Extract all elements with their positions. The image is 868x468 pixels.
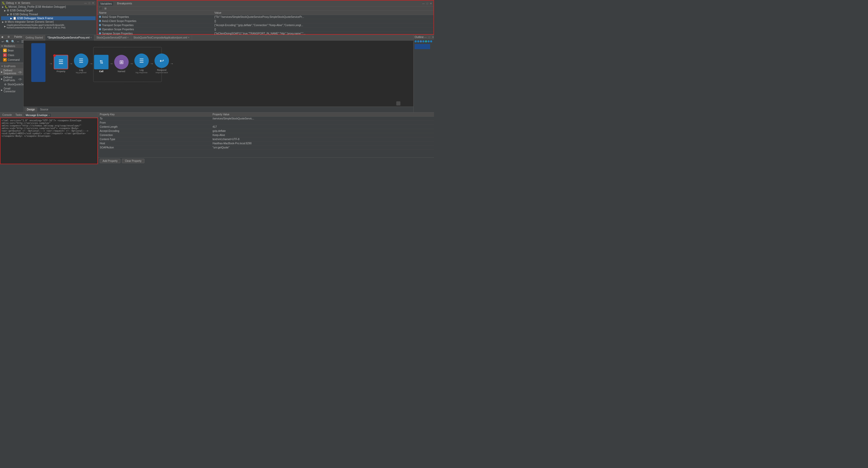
props-row-3[interactable]: Accept-Encodinggzip,deflate	[98, 129, 434, 133]
tab-pom-xml[interactable]: StockQuoteTestCompositeApplication/pom.x…	[131, 35, 192, 40]
props-row-value-4: Keep-Alive	[211, 133, 434, 137]
flow-node-log1[interactable]: ☰ Log log payload	[74, 54, 88, 74]
tree-item-stackframe[interactable]: ▶ 📋 ESB Debugger Stack Frame	[1, 16, 96, 20]
palette-item-command[interactable]: P Command	[0, 57, 23, 62]
props-row-1[interactable]: From	[98, 121, 434, 125]
props-row-key-7: SOAPAction	[98, 146, 211, 150]
proxy-bar	[31, 43, 45, 82]
call-node-shape: ⇅	[94, 55, 108, 69]
props-row-key-2: Content-Length	[98, 125, 211, 129]
props-row-0[interactable]: To/services/SimpleStockQuoteServic...	[98, 117, 434, 121]
variables-table: Name Value Axis2 Scope Properties{"To":"…	[97, 10, 433, 36]
outline-close[interactable]: ✕	[431, 36, 434, 38]
defined-endpoints-section[interactable]: ▶ Defined EndPoints ◁▷	[0, 76, 23, 83]
defined-sequences-section[interactable]: ▶ Defined Sequences ◁▷	[0, 68, 23, 76]
maximize-button[interactable]: □	[88, 2, 91, 4]
tree-item-debugthread[interactable]: ▶ ⚙ ESB Debug Thread	[1, 12, 96, 16]
tool-fit[interactable]: ↔	[16, 39, 20, 44]
mediators-section-header[interactable]: ▼ Mediators	[0, 44, 23, 48]
clear-property-button[interactable]: Clear Property	[122, 159, 144, 163]
seq-toggle: ▶	[1, 71, 3, 73]
palette-item-bean[interactable]: B Bean	[0, 48, 23, 53]
close-button[interactable]: ✕	[91, 2, 95, 4]
editor-tabs: Getting Started *SimpleStockQuoteService…	[24, 35, 413, 40]
tab-ep-close[interactable]: ✕	[127, 36, 129, 39]
call-label: Call	[99, 70, 103, 72]
tool-zoom-in[interactable]: 🔍	[5, 39, 10, 44]
back-icon[interactable]: ◀	[1, 35, 3, 38]
value-column-header: Value	[213, 10, 433, 15]
log2-node-shape: ☰	[134, 54, 149, 68]
flow-node-log2[interactable]: ☰ Log log response	[134, 54, 149, 74]
outline-dot-1	[414, 40, 417, 42]
props-row-7[interactable]: SOAPAction"urn:getQuote"	[98, 146, 434, 150]
ep-toggle: ▶	[1, 78, 3, 80]
message-envelope-tab[interactable]: Message Envelope ✕	[24, 113, 52, 117]
flow-node-respond[interactable]: ↩ Respond respond back	[154, 54, 169, 74]
flow-node-property[interactable]: ☰ Property	[54, 55, 68, 72]
message-envelope-close[interactable]: ✕	[48, 114, 50, 117]
props-row-5[interactable]: Content-Typetext/xml;charset=UTF-8	[98, 137, 434, 141]
vars-expand-all[interactable]: ⊞	[103, 7, 107, 10]
breakpoints-tab[interactable]: Breakpoints	[115, 1, 134, 6]
vars-row-3[interactable]: Operation Scope Properties{}	[97, 27, 433, 32]
props-row-6[interactable]: HostHasithas-MacBook-Pro.local:8290	[98, 141, 434, 146]
endpoints-section[interactable]: ▼ EndPoints	[0, 64, 23, 68]
debug-separator: ✕	[15, 2, 17, 4]
vars-minimize[interactable]: —	[422, 2, 425, 5]
ep-item-stockquote[interactable]: ⚙ StockQuoteServiceEP	[0, 83, 23, 86]
flow-node-call[interactable]: ⇅ Call	[94, 55, 108, 72]
gmail-connector-section[interactable]: ▶ Gmail Connector	[0, 86, 23, 93]
console-tabs: Console Tasks Message Envelope ✕	[0, 113, 98, 118]
ep-add-icon[interactable]: ◁▷	[18, 78, 22, 80]
props-row-4[interactable]: ConnectionKeep-Alive	[98, 133, 434, 137]
seq-add-icon[interactable]: ◁▷	[18, 70, 22, 74]
minimize-button[interactable]: —	[84, 2, 87, 4]
props-row-value-1	[211, 121, 434, 125]
respond-sublabel: respond back	[156, 71, 168, 74]
tree-item-debugtarget[interactable]: ▶ ⚙ ESB DebugTarget	[1, 8, 96, 12]
add-property-button[interactable]: Add Property	[100, 159, 120, 163]
outline-min[interactable]: —	[424, 36, 427, 38]
flow-row: → ☰ Property → ☰ Log log payload	[48, 54, 175, 74]
vars-collapse-all[interactable]: ⬛	[98, 7, 103, 10]
tree-item-java[interactable]: ▶ /Applications/DeveloperStudio.app/Cont…	[1, 24, 96, 29]
tab-proxy-xml[interactable]: *SimpleStockQuoteServiceProxy.xml ✕	[45, 35, 94, 40]
tasks-label: Tasks	[16, 114, 22, 116]
log1-label: Log	[79, 69, 83, 71]
variables-panel-header: Variables Breakpoints — □ ✕	[97, 1, 433, 6]
tasks-tab[interactable]: Tasks	[14, 113, 24, 117]
props-row-value-2: 417	[211, 125, 434, 129]
flow-node-named[interactable]: ⊞ Named	[114, 55, 129, 72]
console-tab[interactable]: Console	[1, 113, 13, 117]
vars-row-2[interactable]: Transport Scope Properties{"Accept-Encod…	[97, 23, 433, 27]
tab-pom-close[interactable]: ✕	[188, 36, 190, 39]
source-tab[interactable]: Source	[38, 108, 51, 112]
design-tab[interactable]: Design	[25, 108, 37, 112]
props-row-key-0: To	[98, 117, 211, 121]
tree-item-microintegrator[interactable]: ▶ ⚙ Micro Integrator Server [Generic Ser…	[1, 20, 96, 24]
variables-toolbar: ⬛ ⊞	[97, 6, 433, 10]
outline-dot-4	[423, 40, 425, 42]
defined-seqs-label: Defined Sequences	[3, 69, 17, 75]
tab-ep-xml[interactable]: StockQuoteServiceEP.xml ✕	[94, 35, 131, 40]
vars-row-name-2: Transport Scope Properties	[97, 23, 213, 27]
named-node-icon: ⊞	[119, 59, 124, 65]
tool-select[interactable]: ↩	[1, 39, 5, 44]
console-content: <?xml version="1.0" encoding="UTF-16"?> …	[0, 118, 98, 164]
palette-item-class[interactable]: C Class	[0, 53, 23, 57]
mediators-section: ▼ Mediators B Bean C Class P Command	[0, 44, 23, 64]
vars-maximize[interactable]: □	[426, 2, 429, 5]
tree-item-profile[interactable]: ▶ 🐛 Microei_Debug_Profile [ESB Mediation…	[1, 5, 96, 8]
tab-getting-started[interactable]: Getting Started	[24, 35, 45, 40]
variables-tab[interactable]: Variables	[98, 1, 114, 6]
vars-row-0[interactable]: Axis2 Scope Properties{"To":"/services/S…	[97, 15, 433, 19]
outline-max[interactable]: □	[428, 36, 431, 38]
tool-zoom-out[interactable]: 🔍	[10, 39, 16, 44]
vars-row-value-3: {}	[213, 27, 433, 32]
arrow-4: →	[130, 62, 133, 66]
vars-close[interactable]: ✕	[429, 2, 432, 5]
tab-proxy-close[interactable]: ✕	[90, 36, 92, 39]
props-row-2[interactable]: Content-Length417	[98, 125, 434, 129]
vars-row-1[interactable]: Axis2-Client Scope Properties{}	[97, 19, 433, 23]
